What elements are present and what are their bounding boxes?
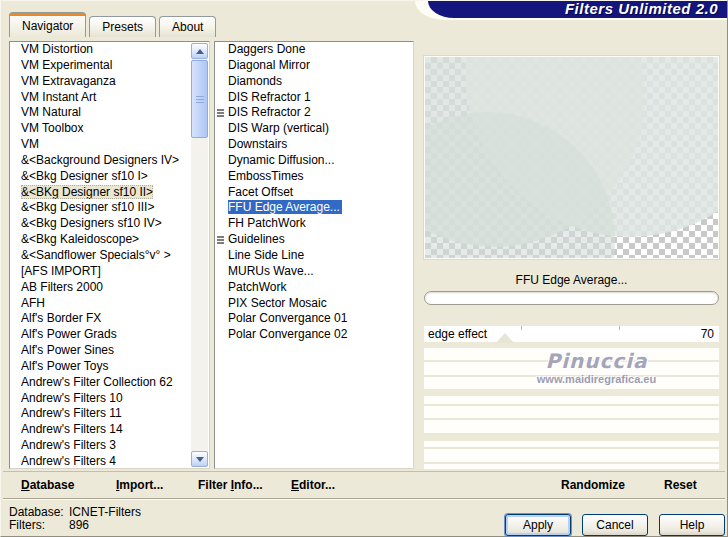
category-item[interactable]: VM Instant Art	[10, 90, 209, 106]
status-filters-label: Filters:	[9, 519, 69, 532]
category-item[interactable]: Alf's Power Grads	[10, 327, 209, 343]
status-area: Database: ICNET-Filters Filters: 896	[9, 506, 141, 532]
filter-list: Daggers DoneDiagonal MirrorDiamondsDIS R…	[214, 41, 414, 469]
filter-item[interactable]: PIX Sector Mosaic	[215, 296, 413, 312]
filter-item[interactable]: Facet Offset	[215, 185, 413, 201]
bottom-toolbar: Database Import... Filter Info... Editor…	[3, 471, 725, 499]
tab-navigator[interactable]: Navigator	[9, 12, 86, 37]
filter-info-button[interactable]: Filter Info...	[198, 478, 263, 492]
category-item[interactable]: [AFS IMPORT]	[10, 264, 209, 280]
filter-item[interactable]: Downstairs	[215, 137, 413, 153]
scroll-up-button[interactable]	[191, 43, 208, 59]
edge-effect-slider-row[interactable]: edge effect 70	[424, 326, 719, 342]
category-item[interactable]: &<Sandflower Specials°v° >	[10, 248, 209, 264]
category-item[interactable]: VM Toolbox	[10, 121, 209, 137]
category-item[interactable]: VM Experimental	[10, 58, 209, 74]
category-item[interactable]: Alf's Power Sines	[10, 343, 209, 359]
import-button[interactable]: Import...	[116, 478, 163, 492]
preview-area[interactable]	[424, 56, 719, 259]
status-filters-value: 896	[69, 519, 89, 532]
category-item[interactable]: &<Bkg Kaleidoscope>	[10, 232, 209, 248]
filter-item[interactable]: EmbossTimes	[215, 169, 413, 185]
progress-bar	[424, 291, 719, 305]
tab-bar: Navigator Presets About	[9, 12, 216, 37]
category-item[interactable]: Alf's Border FX	[10, 311, 209, 327]
category-item[interactable]: AFH	[10, 296, 209, 312]
category-item[interactable]: Andrew's Filters 3	[10, 438, 209, 454]
thumb-grip-icon	[196, 96, 204, 103]
category-item[interactable]: &<Bkg Designer sf10 III>	[10, 200, 209, 216]
database-button[interactable]: Database	[21, 478, 74, 492]
help-button[interactable]: Help	[659, 514, 725, 536]
filter-item[interactable]: DIS Refractor 2	[215, 105, 413, 121]
randomize-button[interactable]: Randomize	[561, 478, 625, 492]
apply-button[interactable]: Apply	[505, 514, 571, 536]
watermark-name: Pinuccia	[479, 349, 714, 373]
category-item[interactable]: AB Filters 2000	[10, 280, 209, 296]
category-item[interactable]: Andrew's Filters 11	[10, 406, 209, 422]
category-item[interactable]: VM Extravaganza	[10, 74, 209, 90]
selected-filter-label: FFU Edge Average...	[424, 273, 719, 289]
cancel-button[interactable]: Cancel	[582, 514, 648, 536]
filter-item[interactable]: FH PatchWork	[215, 216, 413, 232]
category-item[interactable]: &<Bkg Designers sf10 IV>	[10, 216, 209, 232]
watermark-url: www.maidiregrafica.eu	[479, 373, 714, 385]
category-item[interactable]: Andrew's Filters 10	[10, 391, 209, 407]
filter-item[interactable]: DIS Warp (vertical)	[215, 121, 413, 137]
filter-item[interactable]: Polar Convergance 01	[215, 311, 413, 327]
category-item[interactable]: VM Distortion	[10, 42, 209, 58]
category-item[interactable]: Andrew's Filters 4	[10, 454, 209, 469]
watermark: Pinuccia www.maidiregrafica.eu	[479, 349, 714, 385]
reset-button[interactable]: Reset	[664, 478, 697, 492]
parameter-rows-area: Pinuccia www.maidiregrafica.eu	[424, 348, 719, 469]
category-item[interactable]: VM Natural	[10, 105, 209, 121]
category-item[interactable]: Andrew's Filters 14	[10, 422, 209, 438]
tab-about[interactable]: About	[159, 16, 216, 37]
scrollbar-thumb[interactable]	[191, 60, 208, 138]
preset-marker-icon	[217, 109, 224, 117]
preset-marker-icon	[217, 236, 224, 244]
filter-item[interactable]: Diamonds	[215, 74, 413, 90]
scroll-down-button[interactable]	[191, 451, 208, 467]
filter-item[interactable]: Polar Convergance 02	[215, 327, 413, 343]
arrow-up-icon	[196, 49, 204, 54]
row-gap	[424, 434, 719, 441]
filter-item[interactable]: Daggers Done	[215, 42, 413, 58]
filter-item[interactable]: Guidelines	[215, 232, 413, 248]
filter-item[interactable]: Diagonal Mirror	[215, 58, 413, 74]
editor-button[interactable]: Editor...	[291, 478, 335, 492]
filter-item[interactable]: PatchWork	[215, 280, 413, 296]
filter-item[interactable]: FFU Edge Average...	[215, 200, 413, 216]
category-item[interactable]: &<Background Designers IV>	[10, 153, 209, 169]
category-item[interactable]: &<BKg Designer sf10 II>	[10, 185, 209, 201]
category-list-items: VM DistortionVM ExperimentalVM Extravaga…	[10, 42, 209, 469]
filter-item[interactable]: MURUs Wave...	[215, 264, 413, 280]
slider-tick	[521, 326, 522, 330]
slider-thumb[interactable]	[496, 333, 514, 343]
app-title: Filters Unlimited 2.0	[428, 1, 727, 18]
filter-list-items: Daggers DoneDiagonal MirrorDiamondsDIS R…	[215, 42, 413, 343]
category-item[interactable]: &<Bkg Designer sf10 I>	[10, 169, 209, 185]
category-item[interactable]: Andrew's Filter Collection 62	[10, 375, 209, 391]
category-scrollbar[interactable]	[191, 43, 208, 467]
tab-presets[interactable]: Presets	[89, 16, 156, 37]
category-item[interactable]: Alf's Power Toys	[10, 359, 209, 375]
filter-item[interactable]: Line Side Line	[215, 248, 413, 264]
filter-item[interactable]: Dynamic Diffusion...	[215, 153, 413, 169]
category-list: VM DistortionVM ExperimentalVM Extravaga…	[9, 41, 210, 469]
filters-unlimited-window: Filters Unlimited 2.0 Navigator Presets …	[0, 0, 728, 537]
slider-value: 70	[701, 326, 714, 342]
slider-label: edge effect	[428, 326, 487, 342]
slider-tick	[619, 326, 620, 330]
arrow-down-icon	[196, 457, 204, 462]
row-gap	[424, 389, 719, 396]
filter-item[interactable]: DIS Refractor 1	[215, 90, 413, 106]
category-item[interactable]: VM	[10, 137, 209, 153]
